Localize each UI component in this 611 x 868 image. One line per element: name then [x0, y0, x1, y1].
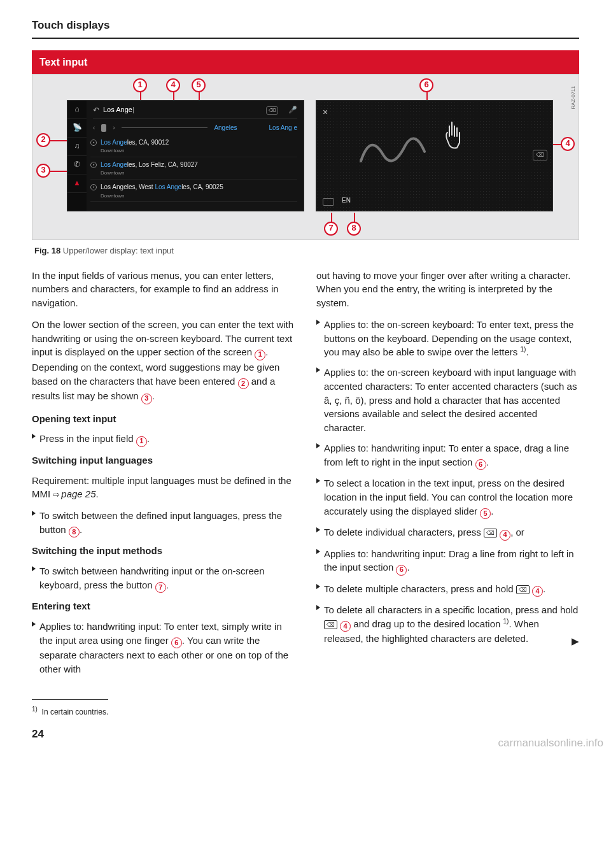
heading-lang: Switching input languages — [32, 453, 295, 467]
bullet-arrow-icon — [32, 566, 36, 571]
phone-icon: ✆ — [67, 156, 87, 174]
suggestion-2: Los Ang e — [269, 124, 297, 133]
bullet-arrow-icon — [316, 527, 320, 532]
bullet-arrow-icon — [316, 549, 320, 554]
heading-enter: Entering text — [32, 599, 295, 613]
bullet-location: To select a location in the text input, … — [316, 476, 579, 519]
bullet-delete-one: To delete individual characters, press ⌫… — [316, 525, 579, 540]
page-link: page 25 — [53, 488, 95, 499]
ref-7: 7 — [155, 582, 166, 593]
cont-para: out having to move your finger over afte… — [316, 269, 579, 310]
delete-icon: ⌫ — [533, 150, 547, 161]
delete-glyph: ⌫ — [516, 585, 530, 594]
footnote: 1) In certain countries. — [32, 705, 579, 718]
ref-6: 6 — [171, 637, 182, 648]
list-item: ▸ Los Angeles, Los Feliz, CA, 90027 Down… — [90, 159, 297, 180]
suggestion-1: Angeles — [214, 124, 237, 133]
heading-method: Switching the input methods — [32, 544, 295, 558]
bullet-arrow-icon — [32, 622, 36, 627]
ref-1: 1 — [255, 350, 265, 360]
bullet-delete-all: To delete all characters in a specific l… — [316, 603, 579, 648]
prev-icon: ‹ — [93, 124, 95, 133]
text-input-row: ↶ Los Ange| ⌫ 🎤 — [93, 106, 297, 118]
callout-4-right: 4 — [561, 137, 575, 151]
ref-1: 1 — [136, 436, 147, 447]
slider-handle — [101, 124, 106, 132]
callout-4-top: 4 — [166, 78, 180, 92]
bullet-arrow-icon — [316, 367, 320, 373]
intro-para-2: On the lower section of the screen, you … — [32, 318, 295, 404]
intro-para-1: In the input fields of various menus, yo… — [32, 269, 295, 310]
delete-glyph: ⌫ — [484, 529, 497, 537]
bullet-lang: To switch between the defined input lang… — [32, 509, 295, 537]
figure-side-code: RAZ-0711 — [570, 86, 577, 109]
close-icon: × — [323, 106, 328, 118]
callout-8: 8 — [347, 222, 361, 236]
next-icon: › — [113, 124, 115, 133]
heading-open: Opening text input — [32, 412, 295, 426]
bullet-accented: Applies to: the on-screen keyboard with … — [316, 366, 579, 435]
bullet-delete-multi: To delete multiple characters, press and… — [316, 582, 579, 597]
bullet-arrow-icon — [316, 320, 320, 325]
results-list: ▸ Los Angeles, CA, 90012 Downtown ▸ Los … — [90, 136, 297, 208]
delete-icon: ⌫ — [266, 106, 278, 115]
left-column: In the input fields of various menus, yo… — [32, 269, 295, 683]
home-icon: ⌂ — [67, 101, 87, 119]
pin-icon: ▸ — [90, 139, 97, 146]
ref-3: 3 — [141, 394, 152, 404]
section-title: Text input — [32, 50, 579, 74]
list-item: ▸ Los Angeles, West Los Angeles, CA, 900… — [90, 181, 297, 202]
bullet-arrow-icon — [316, 605, 320, 610]
nav-icon: ▲ — [67, 174, 87, 193]
right-column: out having to move your finger over afte… — [316, 269, 579, 683]
music-icon: ♫ — [67, 138, 87, 156]
ref-6: 6 — [396, 565, 407, 576]
ref-4: 4 — [340, 621, 351, 632]
bullet-method: To switch between handwriting input or t… — [32, 564, 295, 593]
mic-icon: 🎤 — [288, 105, 297, 115]
input-text: Los Ange| — [103, 105, 262, 115]
page-number: 24 — [32, 727, 579, 743]
watermark: carmanualsonline.info — [498, 736, 603, 751]
bullet-space: Applies to: handwriting input: To enter … — [316, 441, 579, 470]
bullet-arrow-icon — [316, 443, 320, 448]
ref-8: 8 — [69, 527, 80, 537]
ref-5: 5 — [480, 508, 491, 519]
callout-5: 5 — [192, 78, 206, 92]
callout-7: 7 — [324, 222, 338, 236]
callout-2: 2 — [36, 133, 50, 147]
callout-3: 3 — [36, 164, 50, 178]
delete-glyph: ⌫ — [324, 620, 337, 629]
upper-display-mock: ⌂ 📡 ♫ ✆ ▲ ↶ Los Ange| ⌫ 🎤 ‹ › — [67, 100, 304, 211]
ref-4: 4 — [500, 530, 510, 541]
pin-icon: ▸ — [90, 184, 97, 190]
figure-container: RAZ-0711 1 4 5 2 3 6 4 7 8 ⌂ 📡 — [32, 74, 579, 240]
callout-6: 6 — [419, 78, 433, 92]
bullet-arrow-icon — [32, 511, 36, 516]
bullet-handwriting: Applies to: handwriting input: To enter … — [32, 620, 295, 676]
suggestion-row: ‹ › Angeles Los Ang e — [93, 122, 297, 134]
bullet-arrow-icon — [32, 434, 36, 439]
bullet-keyboard: Applies to: the on-screen keyboard: To e… — [316, 318, 579, 359]
bullet-arrow-icon — [316, 478, 320, 483]
ref-2: 2 — [238, 378, 249, 389]
footnote-separator — [32, 699, 108, 700]
hand-icon — [440, 120, 466, 152]
bullet-arrow-icon — [316, 584, 320, 589]
keyboard-icon — [323, 198, 334, 206]
lead-7 — [331, 213, 332, 222]
page-header: Touch displays — [32, 18, 579, 39]
back-icon: ↶ — [93, 105, 99, 116]
nav-sidebar: ⌂ 📡 ♫ ✆ ▲ — [67, 101, 87, 211]
ref-4: 4 — [532, 586, 543, 597]
pin-icon: ▸ — [90, 162, 97, 168]
bullet-delete-drag: Applies to: handwriting input: Drag a li… — [316, 547, 579, 576]
radio-icon: 📡 — [67, 119, 87, 138]
lang-req: Requirement: multiple input languages mu… — [32, 474, 295, 502]
ref-6: 6 — [475, 459, 486, 470]
bullet-open: Press in the input field 1. — [32, 432, 295, 446]
continue-arrow-icon: ▶ — [572, 634, 579, 648]
list-item: ▸ Los Angeles, CA, 90012 Downtown — [90, 136, 297, 157]
lead-8 — [354, 213, 355, 222]
scribble-icon — [355, 126, 431, 171]
